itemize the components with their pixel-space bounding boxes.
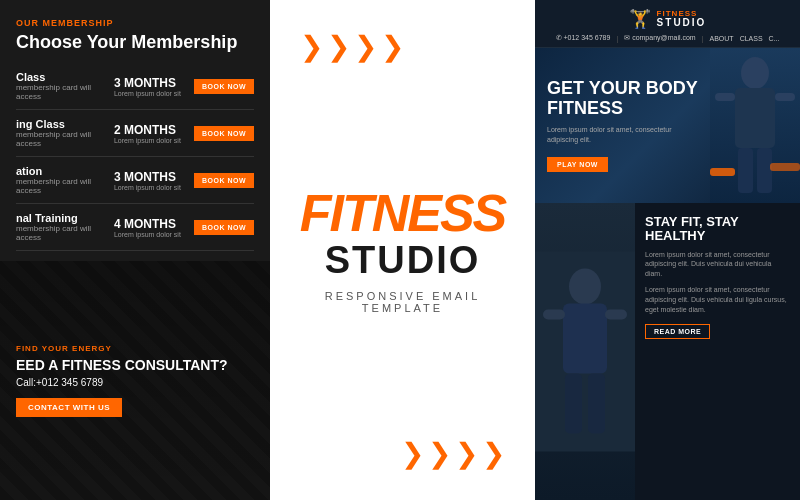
logo-area: 🏋 FITNESS STUDIO bbox=[629, 8, 707, 30]
hero-background: GET YOUR BODY FITNESS Lorem ipsum dolor … bbox=[535, 48, 800, 203]
duration-desc: Lorem ipsum dolor sit bbox=[114, 137, 184, 144]
membership-duration: 4 MONTHS Lorem ipsum dolor sit bbox=[114, 217, 184, 238]
hero-section: GET YOUR BODY FITNESS Lorem ipsum dolor … bbox=[535, 48, 800, 203]
hero-description: Lorem ipsum dolor sit amet, consectetur … bbox=[547, 125, 698, 145]
membership-info: Class membership card will access bbox=[16, 71, 104, 101]
choose-title: Choose Your Membership bbox=[16, 32, 254, 53]
chevrons-bottom: ❯ ❯ ❯ ❯ bbox=[401, 437, 505, 470]
svg-rect-5 bbox=[757, 148, 772, 193]
hero-text-area: GET YOUR BODY FITNESS Lorem ipsum dolor … bbox=[535, 64, 710, 186]
studio-logo-text: STUDIO bbox=[325, 239, 481, 282]
membership-duration: 3 MONTHS Lorem ipsum dolor sit bbox=[114, 170, 184, 191]
book-now-button-1[interactable]: BOOK NOW bbox=[194, 79, 254, 94]
duration-months: 3 MONTHS bbox=[114, 170, 184, 184]
membership-duration: 3 MONTHS Lorem ipsum dolor sit bbox=[114, 76, 184, 97]
fitness-logo-text: FITNESS bbox=[300, 187, 506, 239]
chevron-icon-1: ❯ bbox=[300, 30, 323, 63]
book-now-button-4[interactable]: BOOK NOW bbox=[194, 220, 254, 235]
membership-row: Class membership card will access 3 MONT… bbox=[16, 63, 254, 110]
membership-sub: membership card will access bbox=[16, 224, 104, 242]
duration-desc: Lorem ipsum dolor sit bbox=[114, 184, 184, 191]
stay-fit-title: STAY FIT, STAY HEALTHY bbox=[645, 215, 790, 244]
membership-name: ing Class bbox=[16, 118, 104, 130]
call-number: Call:+012 345 6789 bbox=[16, 377, 103, 388]
play-now-button[interactable]: PLAY NOW bbox=[547, 157, 608, 172]
svg-rect-10 bbox=[563, 304, 607, 374]
svg-point-9 bbox=[569, 269, 601, 305]
membership-name: Class bbox=[16, 71, 104, 83]
stay-fit-content: STAY FIT, STAY HEALTHY Lorem ipsum dolor… bbox=[635, 203, 800, 500]
nav-bar: ✆ +012 345 6789 | ✉ company@mail.com | A… bbox=[556, 34, 780, 42]
svg-rect-2 bbox=[715, 93, 735, 101]
duration-months: 3 MONTHS bbox=[114, 76, 184, 90]
membership-row: nal Training membership card will access… bbox=[16, 204, 254, 251]
class-nav[interactable]: CLASS bbox=[740, 35, 763, 42]
brand-name: FITNESS STUDIO bbox=[657, 10, 707, 28]
svg-rect-11 bbox=[543, 310, 565, 320]
chevron-icon-5: ❯ bbox=[401, 437, 424, 470]
consultant-title: EED A FITNESS CONSULTANT? bbox=[16, 357, 228, 374]
duration-desc: Lorem ipsum dolor sit bbox=[114, 231, 184, 238]
responsive-label: Responsive Email Template bbox=[290, 290, 515, 314]
stay-fit-athlete bbox=[535, 203, 635, 500]
svg-rect-6 bbox=[710, 168, 735, 176]
membership-info: ation membership card will access bbox=[16, 165, 104, 195]
athlete-silhouette bbox=[710, 48, 800, 203]
about-nav[interactable]: ABOUT bbox=[710, 35, 734, 42]
hero-title: GET YOUR BODY FITNESS bbox=[547, 79, 698, 119]
svg-rect-13 bbox=[565, 374, 582, 434]
svg-point-0 bbox=[741, 57, 769, 89]
left-panel: OUR MEMBERSHIP Choose Your Membership Cl… bbox=[0, 0, 270, 500]
svg-rect-3 bbox=[775, 93, 795, 101]
membership-section: OUR MEMBERSHIP Choose Your Membership Cl… bbox=[0, 0, 270, 261]
middle-panel: ❯ ❯ ❯ ❯ FITNESS STUDIO Responsive Email … bbox=[270, 0, 535, 500]
stay-fit-desc1: Lorem ipsum dolor sit amet, consectetur … bbox=[645, 250, 790, 279]
membership-row: ing Class membership card will access 2 … bbox=[16, 110, 254, 157]
brand-section: FITNESS STUDIO Responsive Email Template bbox=[290, 63, 515, 437]
book-now-button-2[interactable]: BOOK NOW bbox=[194, 126, 254, 141]
svg-rect-12 bbox=[605, 310, 627, 320]
membership-name: nal Training bbox=[16, 212, 104, 224]
membership-sub: membership card will access bbox=[16, 177, 104, 195]
svg-rect-1 bbox=[735, 88, 775, 148]
stay-fit-section: STAY FIT, STAY HEALTHY Lorem ipsum dolor… bbox=[535, 203, 800, 500]
membership-row: ation membership card will access 3 MONT… bbox=[16, 157, 254, 204]
chevron-icon-7: ❯ bbox=[455, 437, 478, 470]
chevron-icon-4: ❯ bbox=[381, 30, 404, 63]
svg-rect-14 bbox=[588, 374, 605, 434]
duration-months: 4 MONTHS bbox=[114, 217, 184, 231]
hero-image bbox=[710, 48, 800, 203]
right-header: 🏋 FITNESS STUDIO ✆ +012 345 6789 | ✉ com… bbox=[535, 0, 800, 48]
duration-months: 2 MONTHS bbox=[114, 123, 184, 137]
membership-info: nal Training membership card will access bbox=[16, 212, 104, 242]
chevrons-top: ❯ ❯ ❯ ❯ bbox=[300, 30, 404, 63]
more-nav[interactable]: C... bbox=[769, 35, 780, 42]
membership-sub: membership card will access bbox=[16, 130, 104, 148]
membership-name: ation bbox=[16, 165, 104, 177]
email-nav: ✉ company@mail.com bbox=[624, 34, 695, 42]
nav-divider: | bbox=[616, 35, 618, 42]
chevron-icon-8: ❯ bbox=[482, 437, 505, 470]
gym-background: FIND YOUR ENERGY EED A FITNESS CONSULTAN… bbox=[0, 261, 270, 500]
book-now-button-3[interactable]: BOOK NOW bbox=[194, 173, 254, 188]
membership-info: ing Class membership card will access bbox=[16, 118, 104, 148]
stay-fit-desc2: Lorem ipsum dolor sit amet, consectetur … bbox=[645, 285, 790, 314]
nav-divider-2: | bbox=[702, 35, 704, 42]
chevron-icon-3: ❯ bbox=[354, 30, 377, 63]
svg-rect-4 bbox=[738, 148, 753, 193]
stay-fit-image bbox=[535, 203, 635, 500]
read-more-button[interactable]: READ MORE bbox=[645, 324, 710, 339]
phone-nav: ✆ +012 345 6789 bbox=[556, 34, 611, 42]
dumbbell-icon: 🏋 bbox=[629, 8, 651, 30]
membership-duration: 2 MONTHS Lorem ipsum dolor sit bbox=[114, 123, 184, 144]
chevron-icon-6: ❯ bbox=[428, 437, 451, 470]
find-energy-label: FIND YOUR ENERGY bbox=[16, 344, 112, 353]
our-membership-label: OUR MEMBERSHIP bbox=[16, 18, 254, 28]
svg-rect-7 bbox=[770, 163, 800, 171]
consultant-section: FIND YOUR ENERGY EED A FITNESS CONSULTAN… bbox=[0, 261, 270, 500]
duration-desc: Lorem ipsum dolor sit bbox=[114, 90, 184, 97]
studio-label: STUDIO bbox=[657, 18, 707, 28]
membership-sub: membership card will access bbox=[16, 83, 104, 101]
chevron-icon-2: ❯ bbox=[327, 30, 350, 63]
contact-button[interactable]: CONTACT WITH US bbox=[16, 398, 122, 417]
